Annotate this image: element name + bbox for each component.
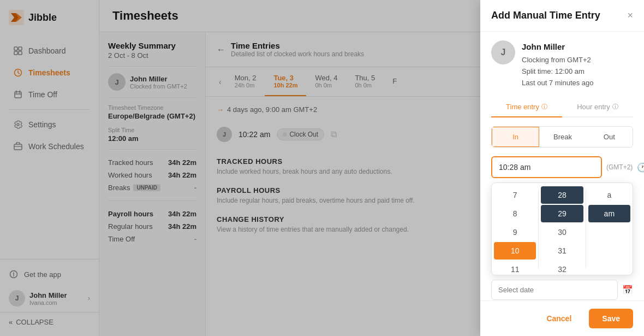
min-29[interactable]: 29 [541,205,583,222]
time-type-selector: In Break Out [491,126,633,148]
time-input[interactable] [491,156,602,178]
time-input-row: (GMT+2) 🕐 [491,156,633,178]
period-am[interactable]: am [588,205,630,222]
modal-user-info: J John Miller Clocking from GMT+2 Split … [491,40,633,89]
modal-user-details: John Miller Clocking from GMT+2 Split ti… [522,40,594,89]
hour-11[interactable]: 11 [494,261,536,273]
tab-hour-entry[interactable]: Hour entry ⓘ [562,97,633,117]
modal-user-avatar: J [491,40,515,64]
hour-9[interactable]: 9 [494,223,536,241]
modal-close-button[interactable]: × [627,10,633,21]
time-picker[interactable]: 7 8 9 10 11 28 29 30 31 32 a am [491,182,633,275]
modal-user-split: Split time: 12:00 am [522,67,585,75]
in-button[interactable]: In [492,127,539,147]
hour-10[interactable]: 10 [494,242,536,260]
calendar-icon[interactable]: 📅 [622,285,633,295]
modal-user-last-out: Last out 7 minutes ago [522,79,594,87]
tab-time-entry[interactable]: Time entry ⓘ [491,97,562,117]
hour-entry-info-icon: ⓘ [612,103,618,111]
date-input[interactable] [491,280,618,300]
add-manual-time-modal: Add Manual Time Entry × J John Miller Cl… [480,0,644,336]
cancel-button[interactable]: Cancel [535,309,582,328]
min-31[interactable]: 31 [541,242,583,260]
modal-header: Add Manual Time Entry × [480,0,644,32]
entry-tabs: Time entry ⓘ Hour entry ⓘ [491,97,633,117]
modal-title: Add Manual Time Entry [491,10,600,21]
period-a[interactable]: a [588,186,630,204]
modal-user-name: John Miller [522,40,594,54]
clock-icon[interactable]: 🕐 [637,162,644,173]
time-entry-tab-label: Time entry [506,103,539,111]
date-row: 📅 [491,280,633,300]
period-col[interactable]: a am [586,185,633,273]
hour-entry-tab-label: Hour entry [577,103,610,111]
min-30[interactable]: 30 [541,223,583,241]
break-button[interactable]: Break [539,127,586,147]
save-button[interactable]: Save [589,309,633,328]
time-entry-info-icon: ⓘ [541,103,547,111]
modal-user-clocking: Clocking from GMT+2 [522,56,591,64]
modal-body: J John Miller Clocking from GMT+2 Split … [480,32,644,300]
hour-7[interactable]: 7 [494,186,536,204]
out-button[interactable]: Out [586,127,633,147]
minutes-col[interactable]: 28 29 30 31 32 [539,185,585,273]
hour-8[interactable]: 8 [494,205,536,222]
hours-col[interactable]: 7 8 9 10 11 [492,185,538,273]
min-28[interactable]: 28 [541,186,583,204]
modal-footer: Cancel Save [480,300,644,336]
timezone-display: (GMT+2) [606,163,633,171]
min-32[interactable]: 32 [541,261,583,273]
